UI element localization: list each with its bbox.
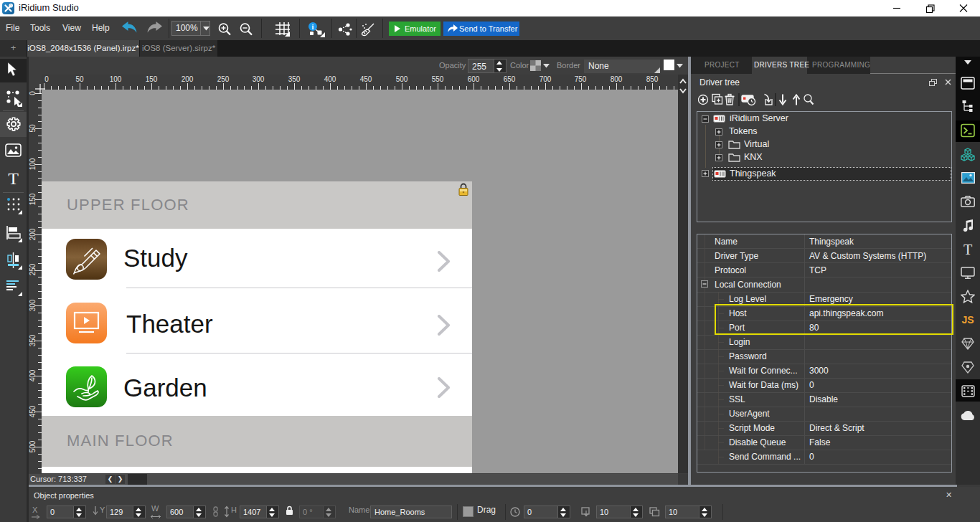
svg-text:i: i <box>312 23 314 31</box>
